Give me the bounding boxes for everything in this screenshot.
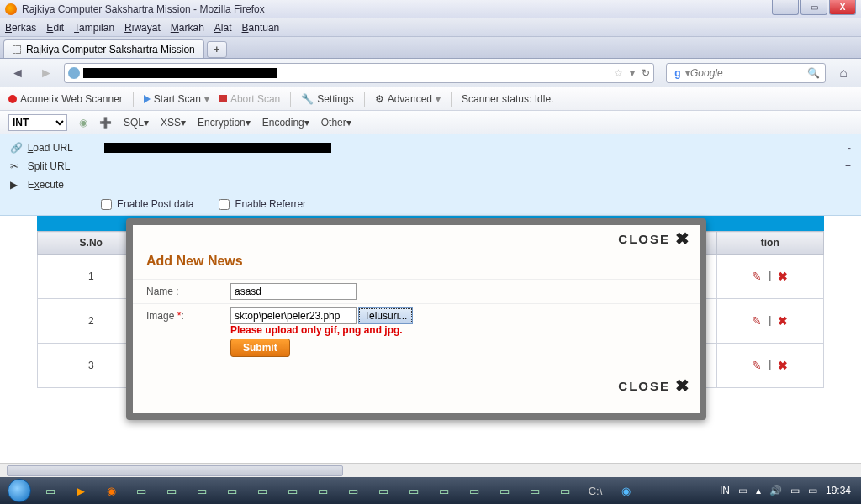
tb-app-icon[interactable]: ▭ <box>489 480 520 501</box>
home-button[interactable]: ⌂ <box>832 62 854 84</box>
advanced-button[interactable]: ⚙Advanced▾ <box>375 93 441 105</box>
tb-app-icon[interactable]: ▭ <box>368 480 399 501</box>
edit-icon[interactable]: ✎ <box>752 359 762 372</box>
h-scrollbar[interactable] <box>0 463 861 477</box>
tb-firefox-icon[interactable]: ◉ <box>96 480 126 501</box>
taskbar: ▭ ▶ ◉ ▭ ▭ ▭ ▭ ▭ ▭ ▭ ▭ ▭ ▭ ▭ ▭ ▭ ▭ ▭ C:\ … <box>0 477 861 504</box>
dropdown-icon[interactable]: ▾ <box>630 67 635 79</box>
clock[interactable]: 19:34 <box>826 485 851 496</box>
close-window-button[interactable]: X <box>829 0 856 15</box>
load-url-button[interactable]: Load URL <box>28 142 73 154</box>
close-icon[interactable]: ✖ <box>675 375 691 396</box>
tray-battery-icon[interactable]: ▭ <box>790 485 800 496</box>
back-button[interactable]: ◄ <box>7 62 29 84</box>
search-box[interactable]: g ▾ 🔍 <box>666 63 826 83</box>
bookmark-star-icon[interactable]: ☆ <box>614 67 623 79</box>
menu-bar: Berkas Edit Tampilan Riwayat Markah Alat… <box>0 18 861 37</box>
globe-icon <box>68 67 80 79</box>
enable-referrer-checkbox[interactable]: Enable Referrer <box>219 198 306 210</box>
edit-icon[interactable]: ✎ <box>752 314 762 328</box>
db-icon[interactable]: ◉ <box>79 117 87 129</box>
minimize-button[interactable]: — <box>772 0 799 15</box>
tb-app-icon[interactable]: ▭ <box>217 480 247 501</box>
tb-app-icon[interactable]: ▭ <box>126 480 156 501</box>
tray-volume-icon[interactable]: 🔊 <box>769 485 782 496</box>
edit-icon[interactable]: ✎ <box>752 270 762 283</box>
load-icon: 🔗 <box>10 142 22 154</box>
tab-favicon <box>13 45 21 54</box>
play-icon <box>144 95 151 103</box>
tab-active[interactable]: Rajkiya Computer Sakshartra Mission <box>3 39 204 58</box>
encryption-menu[interactable]: Encryption▾ <box>198 117 251 129</box>
settings-button[interactable]: 🔧Settings <box>301 93 353 105</box>
wrench-icon: 🔧 <box>301 93 314 105</box>
sql-menu[interactable]: SQL▾ <box>124 117 149 129</box>
tb-player-icon[interactable]: ▶ <box>66 480 96 501</box>
tray-flag-icon[interactable]: ▭ <box>738 485 747 496</box>
tb-app-icon[interactable]: ▭ <box>277 480 308 501</box>
enable-post-checkbox[interactable]: Enable Post data <box>101 198 193 210</box>
acunetix-icon <box>8 95 17 103</box>
abort-scan-button[interactable]: Abort Scan <box>219 93 280 105</box>
forward-button[interactable]: ► <box>35 62 57 84</box>
maximize-button[interactable]: ▭ <box>800 0 827 15</box>
close-label-bottom[interactable]: CLOSE <box>618 379 670 393</box>
new-tab-button[interactable]: + <box>207 41 227 58</box>
lang-indicator[interactable]: IN <box>720 485 730 496</box>
close-label-top[interactable]: CLOSE <box>618 232 670 246</box>
file-path-input[interactable] <box>230 307 357 324</box>
start-button[interactable] <box>3 477 35 504</box>
url-panel: 🔗 Load URL- ✂ Split URL+ ▶ Execute Enabl… <box>0 134 861 216</box>
tb-app-icon[interactable]: ▭ <box>247 480 277 501</box>
tray-network-icon[interactable]: ▭ <box>808 485 817 496</box>
reload-icon[interactable]: ↻ <box>642 67 650 79</box>
submit-button[interactable]: Submit <box>230 339 290 357</box>
menu-markah[interactable]: Markah <box>171 22 204 34</box>
other-menu[interactable]: Other▾ <box>321 117 351 129</box>
plus-icon[interactable]: ➕ <box>99 117 112 129</box>
menu-tampilan[interactable]: Tampilan <box>74 22 114 34</box>
split-icon: ✂ <box>10 160 22 172</box>
modal-title: Add New News <box>133 252 700 279</box>
tb-app-icon[interactable]: ▭ <box>520 480 550 501</box>
tb-app-icon[interactable]: ▭ <box>338 480 368 501</box>
google-icon: g <box>672 67 684 79</box>
tb-app-icon[interactable]: ▭ <box>399 480 429 501</box>
gear-icon: ⚙ <box>375 93 384 105</box>
delete-icon[interactable]: ✖ <box>778 314 788 328</box>
loaded-url-redacted <box>104 143 331 153</box>
menu-riwayat[interactable]: Riwayat <box>124 22 161 34</box>
tray-up-icon[interactable]: ▴ <box>756 485 761 496</box>
tb-app-icon[interactable]: ▭ <box>550 480 580 501</box>
search-input[interactable] <box>690 67 783 79</box>
tb-app-icon[interactable]: ▭ <box>308 480 338 501</box>
tb-app-icon[interactable]: ▭ <box>459 480 489 501</box>
acunetix-toolbar: Acunetix Web Scanner Start Scan▾ Abort S… <box>0 87 861 111</box>
split-url-button[interactable]: Split URL <box>28 160 71 172</box>
search-icon[interactable]: 🔍 <box>807 67 820 79</box>
tb-app-icon[interactable]: ▭ <box>187 480 217 501</box>
url-bar[interactable]: ☆ ▾ ↻ <box>64 63 654 83</box>
menu-alat[interactable]: Alat <box>214 22 232 34</box>
tb-app-icon[interactable]: ▭ <box>156 480 187 501</box>
menu-bantuan[interactable]: Bantuan <box>242 22 280 34</box>
window-title: Rajkiya Computer Sakshartra Mission - Mo… <box>22 3 265 15</box>
menu-edit[interactable]: Edit <box>46 22 64 34</box>
delete-icon[interactable]: ✖ <box>778 270 788 283</box>
window-titlebar: Rajkiya Computer Sakshartra Mission - Mo… <box>0 0 861 18</box>
browse-button[interactable]: Telusuri... <box>358 307 413 324</box>
delete-icon[interactable]: ✖ <box>778 359 788 372</box>
encoding-menu[interactable]: Encoding▾ <box>262 117 309 129</box>
image-label: Image *: <box>146 307 230 322</box>
tb-explorer-icon[interactable]: ▭ <box>35 480 66 501</box>
tb-3g-icon[interactable]: ◉ <box>610 480 641 501</box>
tb-cmd-icon[interactable]: C:\ <box>580 480 610 501</box>
menu-berkas[interactable]: Berkas <box>5 22 36 34</box>
xss-menu[interactable]: XSS▾ <box>161 117 186 129</box>
name-input[interactable] <box>230 283 357 300</box>
start-scan-button[interactable]: Start Scan▾ <box>144 93 209 105</box>
execute-button[interactable]: Execute <box>28 179 64 191</box>
close-icon[interactable]: ✖ <box>675 228 691 249</box>
int-select[interactable]: INT <box>8 114 67 131</box>
tb-app-icon[interactable]: ▭ <box>429 480 459 501</box>
